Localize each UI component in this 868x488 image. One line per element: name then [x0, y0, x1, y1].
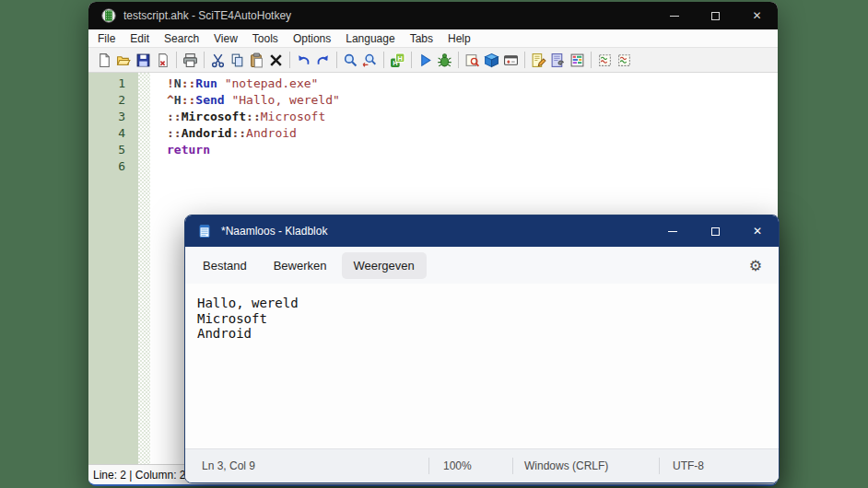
- menu-language[interactable]: Language: [338, 29, 402, 48]
- notepad-text-area[interactable]: Hallo, wereldMicrosoftAndroid: [185, 284, 779, 448]
- replace-icon[interactable]: [360, 51, 380, 70]
- new-file-icon[interactable]: [95, 51, 114, 70]
- status-separator: [659, 458, 660, 474]
- scite-titlebar[interactable]: testscript.ahk - SciTE4AutoHotkey ✕: [88, 2, 778, 29]
- notepad-menu-weergeven[interactable]: Weergeven: [342, 252, 427, 279]
- find-icon[interactable]: [341, 51, 360, 70]
- notepad-window-controls: ✕: [651, 215, 779, 247]
- undo-icon[interactable]: [294, 51, 313, 70]
- line-number: 2: [88, 92, 125, 109]
- doc-format-icon[interactable]: [568, 51, 587, 70]
- debug-icon[interactable]: [435, 51, 454, 70]
- notepad-maximize-button[interactable]: [694, 215, 736, 247]
- code-line: ^H::Send "Hallo, wereld": [167, 92, 778, 109]
- minimize-icon: [670, 16, 679, 17]
- menu-tools[interactable]: Tools: [245, 29, 286, 48]
- fold-margin[interactable]: [138, 73, 150, 464]
- cursor-position-status: Ln 3, Col 9: [202, 459, 255, 472]
- code-segment: ::: [182, 93, 196, 107]
- menu-help[interactable]: Help: [440, 29, 478, 48]
- zoom-level-status[interactable]: 100%: [443, 459, 472, 472]
- line-ending-status[interactable]: Windows (CRLF): [524, 459, 608, 472]
- menu-tabs[interactable]: Tabs: [403, 29, 440, 48]
- doc-tools-icon[interactable]: [548, 51, 568, 70]
- scite-close-button[interactable]: ✕: [736, 2, 778, 29]
- open-file-icon[interactable]: [114, 51, 134, 70]
- line-number: 1: [88, 76, 125, 92]
- code-segment: "Hallo, wereld": [231, 93, 339, 107]
- notepad-logo-icon: [197, 224, 212, 238]
- menu-search[interactable]: Search: [157, 29, 206, 48]
- minimize-icon: [668, 231, 677, 232]
- code-segment: N: [174, 76, 182, 90]
- close-icon: ✕: [753, 226, 762, 237]
- gear-icon[interactable]: ⚙: [749, 257, 762, 274]
- ahk-convert-icon[interactable]: HH: [388, 51, 407, 70]
- code-segment: Run: [195, 76, 217, 90]
- code-segment: ::: [246, 110, 261, 123]
- scite-menubar: FileEditSearchViewToolsOptionsLanguageTa…: [88, 29, 778, 48]
- print-icon[interactable]: [181, 51, 200, 70]
- toolbar-separator: [204, 52, 205, 68]
- notepad-titlebar[interactable]: *Naamloos - Kladblok ✕: [185, 215, 779, 247]
- svg-text:H: H: [397, 53, 402, 62]
- close-file-icon[interactable]: [153, 51, 172, 70]
- code-segment: Microsoft: [261, 110, 325, 123]
- run-icon[interactable]: [416, 51, 435, 70]
- code-line: [167, 158, 778, 175]
- code-line: ::Andorid::Android: [167, 125, 778, 142]
- menu-file[interactable]: File: [90, 29, 123, 48]
- maximize-icon: [711, 12, 720, 20]
- copy-icon[interactable]: [228, 51, 247, 70]
- code-segment: H: [174, 93, 182, 107]
- code-segment: !: [167, 76, 174, 90]
- notepad-close-button[interactable]: ✕: [736, 215, 779, 247]
- notepad-window-title: *Naamloos - Kladblok: [221, 225, 327, 238]
- notepad-statusbar: Ln 3, Col 9 100% Windows (CRLF) UTF-8: [185, 448, 779, 482]
- notepad-menubar: BestandBewerkenWeergeven ⚙: [185, 247, 779, 284]
- notepad-menu-bewerken[interactable]: Bewerken: [262, 252, 339, 279]
- line-number: 5: [88, 142, 125, 158]
- line-number: 3: [88, 109, 125, 125]
- window-spy-icon[interactable]: [463, 51, 482, 70]
- notepad-window: *Naamloos - Kladblok ✕ BestandBewerkenWe…: [184, 215, 780, 483]
- redo-icon[interactable]: [313, 51, 333, 70]
- delete-icon[interactable]: [266, 51, 286, 70]
- doc-edit-icon[interactable]: [529, 51, 548, 70]
- code-line: !N::Run "notepad.exe": [167, 76, 778, 92]
- command-entry-icon[interactable]: [501, 51, 521, 70]
- text-line: Microsoft: [197, 311, 779, 327]
- save-file-icon[interactable]: [134, 51, 153, 70]
- menu-edit[interactable]: Edit: [123, 29, 157, 48]
- menu-view[interactable]: View: [206, 29, 245, 48]
- code-segment: ::: [167, 110, 182, 123]
- scite-maximize-button[interactable]: [695, 2, 736, 29]
- code-segment: "notepad.exe": [225, 76, 319, 90]
- toolbar-separator: [176, 52, 177, 68]
- status-separator: [512, 458, 513, 474]
- script-preview-1-icon[interactable]: [595, 51, 615, 70]
- line-number-gutter: 123456: [88, 73, 138, 464]
- menu-options[interactable]: Options: [286, 29, 338, 48]
- text-line: Android: [197, 326, 779, 342]
- status-separator: [428, 458, 429, 474]
- notepad-minimize-button[interactable]: [651, 215, 694, 247]
- code-segment: ::: [182, 76, 196, 90]
- code-segment: [217, 76, 225, 90]
- cut-icon[interactable]: [208, 51, 228, 70]
- toolbar-separator: [524, 52, 525, 68]
- line-number: 4: [88, 125, 125, 142]
- object-cube-icon[interactable]: [482, 51, 501, 70]
- scite-window-controls: ✕: [653, 2, 778, 29]
- code-segment: ::: [167, 126, 182, 140]
- script-preview-2-icon[interactable]: [615, 51, 634, 70]
- line-number: 6: [88, 158, 125, 175]
- encoding-status[interactable]: UTF-8: [673, 459, 704, 472]
- scite-minimize-button[interactable]: [653, 2, 695, 29]
- scite-toolbar: HH: [88, 48, 778, 73]
- code-line: ::Mircosoft::Microsoft: [167, 109, 778, 125]
- code-segment: Andorid: [182, 126, 232, 140]
- paste-icon[interactable]: [247, 51, 266, 70]
- notepad-menu-bestand[interactable]: Bestand: [191, 252, 259, 279]
- code-segment: Send: [195, 93, 224, 107]
